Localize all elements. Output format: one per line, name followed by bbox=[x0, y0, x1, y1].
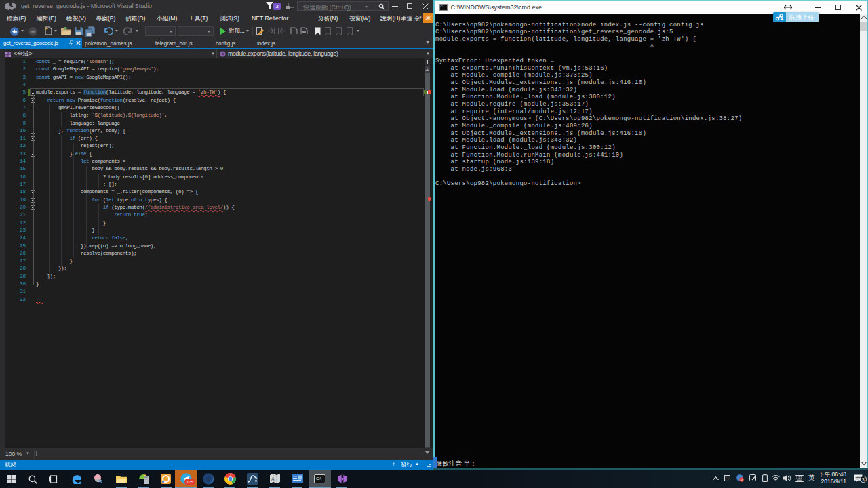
svg-text:A: A bbox=[271, 476, 275, 481]
svg-text:3: 3 bbox=[741, 478, 743, 482]
